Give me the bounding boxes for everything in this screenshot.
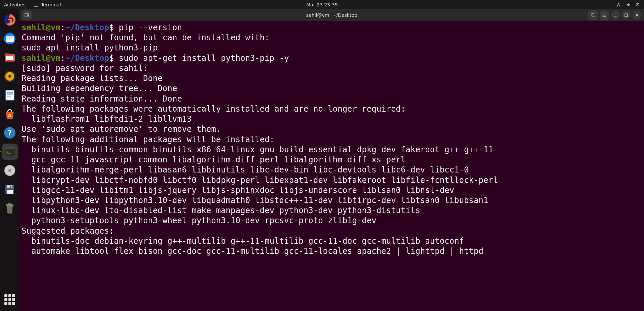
svg-rect-30 [7,185,12,188]
svg-point-38 [591,13,594,16]
thunderbird-icon[interactable] [2,31,18,47]
command-1: pip --version [114,23,182,32]
svg-rect-31 [7,190,13,194]
output-line: libalgorithm-merge-perl libasan6 libbinu… [22,165,469,174]
output-line: linux-libc-dev lto-disabled-list make ma… [22,206,420,215]
svg-rect-35 [25,13,28,17]
clock[interactable]: Mar 23 23:39 [306,2,337,7]
terminal-indicator-icon [34,2,38,7]
disk-icon[interactable] [2,162,18,179]
power-icon[interactable] [635,2,640,7]
software-center-icon[interactable]: A [2,106,18,122]
app-menu-label: Terminal [41,2,61,7]
close-icon [635,13,639,17]
svg-rect-34 [8,203,11,205]
prompt-symbol: $ [109,23,114,32]
minimize-button[interactable] [611,11,620,20]
save-icon[interactable] [2,181,18,197]
svg-text:A: A [8,113,11,118]
app-menu[interactable]: Terminal [34,2,61,7]
trash-icon[interactable] [2,200,18,216]
output-line: sudo apt install python3-pip [22,43,158,52]
output-line: Command 'pip' not found, but can be inst… [22,33,270,42]
hamburger-icon [602,13,607,17]
svg-line-39 [594,16,595,17]
prompt-user: sahil@vm [22,23,61,32]
libreoffice-writer-icon[interactable] [2,87,18,103]
maximize-button[interactable] [622,11,631,20]
activities-button[interactable]: Activities [4,2,26,7]
minimize-icon [614,13,617,17]
firefox-icon[interactable] [2,12,18,28]
output-line: libcrypt-dev libctf-nobfd0 libctf0 libdp… [22,176,498,185]
dock: A ? [0,9,20,311]
svg-rect-44 [625,14,628,16]
network-icon[interactable] [616,2,621,7]
svg-rect-11 [6,56,13,60]
menu-button[interactable] [600,10,609,20]
volume-icon[interactable] [626,2,631,7]
output-line: automake libtool flex bison gcc-doc gcc-… [22,246,484,256]
output-line: libflashrom1 libftdi1-2 libllvm13 [22,114,192,124]
svg-rect-10 [5,53,9,55]
window-title: sahil@vm: ~/Desktop [306,12,357,18]
prompt-sep: : [61,23,65,32]
terminal-output[interactable]: sahil@vm:~/Desktop$ pip --version Comman… [20,21,644,311]
command-2: sudo apt-get install python3-pip -y [114,53,289,63]
svg-text:?: ? [8,129,12,137]
output-line: Reading package lists... Done [22,74,163,83]
prompt-path: ~/Desktop [65,23,109,32]
svg-rect-24 [5,147,15,149]
new-tab-button[interactable] [22,10,32,20]
svg-rect-17 [7,92,13,93]
output-line: gcc gcc-11 javascript-common libalgorith… [22,155,406,164]
svg-point-14 [8,75,11,78]
output-line: Suggested packages: [22,226,114,236]
prompt-sep: : [61,53,65,63]
search-icon [591,13,595,17]
output-line: Building dependency tree... Done [22,84,177,93]
window-titlebar: sahil@vm: ~/Desktop [20,9,644,21]
prompt-user: sahil@vm [22,53,61,63]
maximize-icon [624,13,628,17]
terminal-window: sahil@vm: ~/Desktop sahil@vm:~/Desktop$ … [20,9,644,311]
new-tab-icon [24,12,30,18]
close-button[interactable] [633,11,641,20]
output-line: Reading state information... Done [22,94,182,104]
files-icon[interactable] [2,49,18,66]
svg-point-2 [618,3,619,4]
output-line: binutils-doc debian-keyring g++-multilib… [22,236,464,246]
output-line: binutils binutils-common binutils-x86-64… [22,145,493,154]
output-line: python3-setuptools python3-wheel python3… [22,216,377,225]
svg-rect-18 [7,94,13,95]
gnome-top-bar: Activities Terminal Mar 23 23:39 [0,0,644,9]
output-line: libpython3-dev libpython3.10-dev libquad… [22,196,488,205]
output-line: The following additional packages will b… [22,135,274,144]
help-icon[interactable]: ? [2,125,18,141]
output-line: The following packages were automaticall… [22,104,406,114]
show-applications-button[interactable] [4,294,15,305]
svg-point-28 [8,169,11,172]
prompt-path: ~/Desktop [65,53,109,63]
svg-rect-32 [10,186,11,188]
prompt-symbol: $ [109,53,114,63]
output-line: libgcc-11-dev libitm1 libjs-jquery libjs… [22,186,454,195]
search-button[interactable] [588,10,598,20]
output-line: [sudo] password for sahil: [22,64,153,73]
terminal-icon[interactable] [2,144,18,160]
output-line: Use 'sudo apt autoremove' to remove them… [22,124,221,134]
rhythmbox-icon[interactable] [2,68,18,84]
svg-rect-19 [7,96,11,96]
